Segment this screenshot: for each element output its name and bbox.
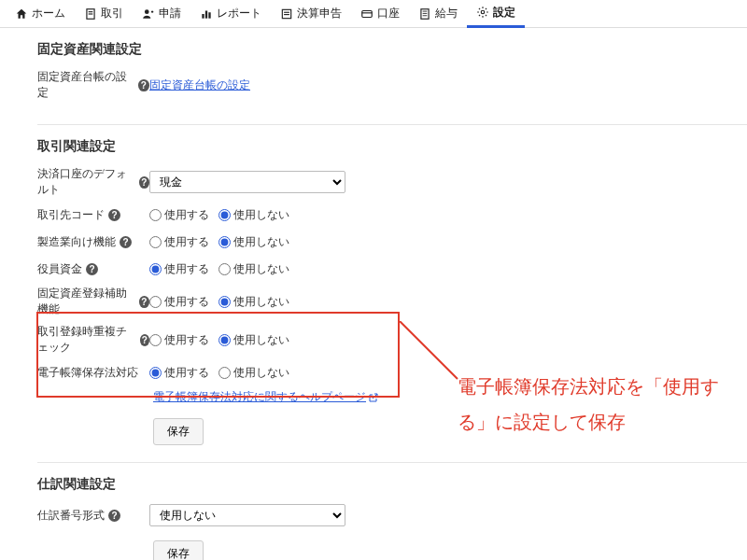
save-button[interactable]: 保存	[153, 540, 204, 560]
row-label: 仕訳番号形式 ?	[37, 508, 149, 524]
fixed-asset-row: 固定資産台帳の設定 ? 固定資産台帳の設定	[37, 69, 747, 101]
radio-not-use[interactable]: 使用しない	[218, 234, 289, 250]
gear-icon	[476, 6, 489, 19]
nav-report[interactable]: レポート	[190, 0, 271, 28]
partner-code-row: 取引先コード ? 使用する 使用しない	[37, 204, 747, 225]
help-icon[interactable]: ?	[120, 236, 132, 248]
card-icon	[360, 7, 374, 21]
radio-use[interactable]: 使用する	[149, 332, 209, 348]
nav-label: 口座	[377, 6, 400, 21]
nav-account[interactable]: 口座	[351, 0, 409, 28]
default-account-row: 決済口座のデフォルト ? 現金	[37, 166, 747, 198]
svg-rect-12	[421, 8, 429, 19]
row-label: 製造業向け機能 ?	[37, 234, 149, 250]
svg-point-3	[145, 9, 149, 14]
radio-not-use[interactable]: 使用しない	[218, 207, 289, 223]
radio-not-use[interactable]: 使用しない	[218, 294, 289, 310]
svg-rect-10	[362, 10, 373, 17]
row-label: 電子帳簿保存法対応	[37, 365, 149, 381]
nav-label: 決算申告	[297, 6, 342, 21]
ebook-help-link[interactable]: 電子帳簿保存法対応に関するヘルプページ	[153, 389, 366, 405]
row-label: 固定資産登録補助機能 ?	[37, 286, 149, 317]
nav-label: レポート	[217, 6, 261, 21]
radio-not-use[interactable]: 使用しない	[218, 261, 289, 277]
nav-closing[interactable]: 決算申告	[271, 0, 351, 28]
officer-fund-row: 役員資金 ? 使用する 使用しない	[37, 259, 747, 279]
radio-not-use[interactable]: 使用しない	[218, 332, 289, 348]
section-title: 固定資産関連設定	[37, 41, 747, 58]
dup-check-row: 取引登録時重複チェック ? 使用する 使用しない	[37, 324, 747, 356]
help-icon[interactable]: ?	[108, 209, 120, 221]
list-icon	[280, 7, 293, 21]
manufacturing-row: 製造業向け機能 ? 使用する 使用しない	[37, 231, 747, 252]
svg-point-16	[481, 10, 485, 14]
row-label: 固定資産台帳の設定 ?	[37, 69, 149, 101]
help-icon[interactable]: ?	[108, 510, 120, 522]
radio-use[interactable]: 使用する	[149, 294, 209, 310]
help-icon[interactable]: ?	[139, 296, 149, 308]
row-label: 決済口座のデフォルト ?	[37, 166, 149, 198]
person-icon	[142, 7, 155, 21]
doc-icon	[84, 7, 97, 21]
nav-settings[interactable]: 設定	[467, 0, 525, 28]
row-label: 取引先コード ?	[37, 207, 149, 223]
nav-label: ホーム	[32, 6, 65, 21]
journal-number-row: 仕訳番号形式 ? 使用しない	[37, 504, 747, 526]
nav-home[interactable]: ホーム	[6, 0, 75, 28]
nav-label: 申請	[159, 6, 181, 21]
svg-rect-6	[208, 12, 210, 18]
radio-use[interactable]: 使用する	[149, 207, 209, 223]
row-label: 役員資金 ?	[37, 261, 149, 277]
radio-use[interactable]: 使用する	[149, 234, 209, 250]
section-title: 取引関連設定	[37, 138, 747, 155]
nav-label: 設定	[493, 5, 515, 21]
save-button[interactable]: 保存	[153, 418, 204, 445]
help-icon[interactable]: ?	[86, 263, 98, 275]
nav-label: 給与	[435, 6, 458, 21]
sheet-icon	[418, 7, 431, 21]
journal-section: 仕訳関連設定 仕訳番号形式 ? 使用しない 保存	[37, 462, 747, 560]
radio-use[interactable]: 使用する	[149, 365, 209, 381]
nav-transaction[interactable]: 取引	[75, 0, 133, 28]
asset-assist-row: 固定資産登録補助機能 ? 使用する 使用しない	[37, 286, 747, 317]
nav-label: 取引	[101, 6, 123, 21]
radio-use[interactable]: 使用する	[149, 261, 209, 277]
callout-text: 電子帳簿保存法対応を「使用する」に設定して保存	[458, 369, 728, 440]
external-link-icon	[368, 392, 379, 403]
help-icon[interactable]: ?	[138, 79, 149, 91]
radio-not-use[interactable]: 使用しない	[218, 365, 289, 381]
bar-icon	[200, 7, 213, 21]
top-nav: ホーム 取引 申請 レポート 決算申告 口座 給与 設定	[0, 0, 747, 28]
help-icon[interactable]: ?	[140, 334, 149, 346]
content: 固定資産関連設定 固定資産台帳の設定 ? 固定資産台帳の設定 取引関連設定 決済…	[0, 28, 747, 560]
svg-rect-5	[205, 10, 207, 18]
fixed-asset-section: 固定資産関連設定 固定資産台帳の設定 ? 固定資産台帳の設定	[37, 35, 747, 124]
row-label: 取引登録時重複チェック ?	[37, 324, 149, 356]
help-icon[interactable]: ?	[139, 176, 149, 189]
journal-number-select[interactable]: 使用しない	[149, 504, 345, 526]
nav-request[interactable]: 申請	[133, 0, 190, 28]
section-title: 仕訳関連設定	[37, 476, 747, 493]
nav-payroll[interactable]: 給与	[409, 0, 467, 28]
home-icon	[15, 7, 28, 21]
svg-rect-4	[202, 14, 204, 19]
default-account-select[interactable]: 現金	[149, 171, 345, 193]
fixed-asset-link[interactable]: 固定資産台帳の設定	[149, 77, 250, 93]
